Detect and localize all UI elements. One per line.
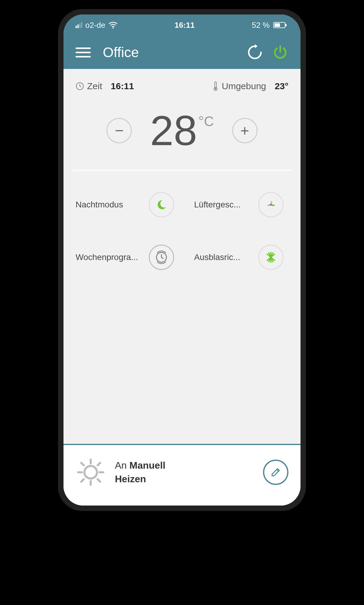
info-row: Zeit 16:11 Umgebung 23° <box>63 69 301 97</box>
time-label: Zeit <box>87 81 102 91</box>
schedule-label: Wochenprogra... <box>76 252 142 262</box>
signal-icon <box>76 22 82 28</box>
svg-line-19 <box>81 479 84 482</box>
page-title: Office <box>103 44 238 60</box>
pencil-icon <box>270 467 281 478</box>
airflow-icon <box>264 251 278 264</box>
wifi-icon <box>109 22 118 28</box>
schedule-button[interactable] <box>149 245 174 270</box>
phone-frame: o2-de 16:11 52 % Office <box>58 9 306 511</box>
time-value: 16:11 <box>111 81 134 91</box>
svg-line-17 <box>81 463 84 465</box>
carrier-label: o2-de <box>85 21 106 30</box>
status-left: o2-de <box>76 21 118 30</box>
sun-icon <box>76 457 106 487</box>
app-header: Office <box>63 36 301 69</box>
status-time: 16:11 <box>174 21 195 30</box>
mode-footer: An Manuell Heizen <box>63 444 301 506</box>
ambient-value: 23° <box>275 81 288 91</box>
battery-percent: 52 % <box>252 21 270 30</box>
svg-point-12 <box>84 466 97 479</box>
temperature-minus-button[interactable]: − <box>106 118 132 143</box>
menu-button[interactable] <box>76 47 91 57</box>
content: Zeit 16:11 Umgebung 23° − 28 <box>63 69 301 506</box>
night-mode-label: Nachtmodus <box>76 200 142 210</box>
svg-line-18 <box>98 479 100 482</box>
battery-icon <box>273 22 285 28</box>
night-mode-button[interactable] <box>149 192 174 217</box>
fan-icon <box>264 198 278 211</box>
svg-point-0 <box>112 27 114 28</box>
fan-speed-button[interactable] <box>258 192 284 217</box>
edit-mode-button[interactable] <box>263 460 288 485</box>
status-bar: o2-de 16:11 52 % <box>63 15 301 36</box>
temperature-value: 28 <box>150 109 197 152</box>
status-right: 52 % <box>252 21 285 30</box>
temperature-plus-button[interactable]: + <box>232 118 258 143</box>
ambient-info: Umgebung 23° <box>212 81 288 91</box>
airflow-label: Ausblasric... <box>185 252 252 262</box>
mode-name: Manuell <box>129 460 165 471</box>
power-button[interactable] <box>272 44 288 60</box>
schedule-icon <box>155 251 168 264</box>
moon-icon <box>155 199 167 211</box>
temperature-display: 28 °C <box>150 109 214 152</box>
mode-operation: Heizen <box>115 473 146 484</box>
controls-grid: Nachtmodus Lüftergesc... <box>63 171 301 282</box>
svg-point-4 <box>215 88 216 90</box>
fan-speed-label: Lüftergesc... <box>185 200 252 210</box>
mode-status: An Manuell Heizen <box>115 459 165 486</box>
svg-point-5 <box>270 203 272 206</box>
ambient-label: Umgebung <box>222 81 266 91</box>
svg-line-20 <box>98 463 100 465</box>
temperature-unit: °C <box>198 113 214 129</box>
temperature-control: − 28 °C + <box>63 97 301 170</box>
clock-icon <box>76 82 84 90</box>
time-info: Zeit 16:11 <box>76 81 134 91</box>
mode-prefix: An <box>115 460 127 471</box>
thermometer-icon <box>212 81 219 91</box>
airflow-button[interactable] <box>258 245 284 270</box>
screen: o2-de 16:11 52 % Office <box>63 15 301 506</box>
refresh-button[interactable] <box>247 44 263 60</box>
